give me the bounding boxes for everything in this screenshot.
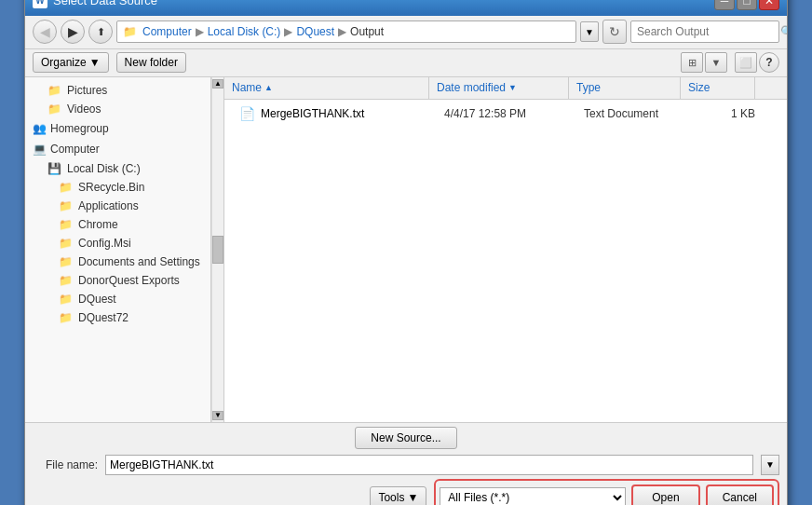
search-input[interactable] (637, 25, 777, 38)
sidebar-item-label: DonorQuest Exports (78, 274, 180, 287)
sidebar-section-computer[interactable]: 💻 Computer (25, 139, 210, 159)
navigation-toolbar: ◀ ▶ ⬆ 📁 Computer ▶ Local Disk (C:) ▶ DQu… (25, 16, 787, 49)
sidebar-item-documents-settings[interactable]: 📁 Documents and Settings (25, 252, 210, 271)
sidebar-item-dquest72[interactable]: 📁 DQuest72 (25, 308, 210, 327)
breadcrumb-output[interactable]: Output (350, 25, 384, 38)
tools-button[interactable]: Tools ▼ (370, 486, 426, 506)
folder-icon: 📁 (59, 311, 73, 324)
file-name-cell: 📄 MergeBIGTHANK.txt (232, 106, 437, 121)
app-icon: W (33, 0, 47, 8)
sidebar-item-label: Homegroup (50, 122, 109, 135)
column-size-label: Size (688, 81, 710, 94)
breadcrumb-local-disk[interactable]: Local Disk (C:) (208, 25, 281, 38)
action-row: Tools ▼ All Files (*.*) Open Cancel (33, 479, 779, 506)
column-header-date[interactable]: Date modified ▼ (429, 77, 569, 99)
tools-label: Tools (378, 491, 404, 504)
breadcrumb: 📁 Computer ▶ Local Disk (C:) ▶ DQuest ▶ … (116, 20, 576, 43)
sidebar-item-label: Documents and Settings (78, 255, 200, 268)
sidebar-item-videos[interactable]: 📁 Videos (25, 100, 210, 118)
folder-icon: 📁 (59, 274, 73, 287)
breadcrumb-computer[interactable]: Computer (142, 25, 192, 38)
open-button[interactable]: Open (631, 485, 699, 506)
preview-pane-button[interactable]: ⬜ (735, 52, 757, 73)
sidebar-item-chrome[interactable]: 📁 Chrome (25, 215, 210, 234)
sidebar-item-label: DQuest72 (78, 311, 129, 324)
sidebar-item-dquest[interactable]: 📁 DQuest (25, 290, 210, 308)
sidebar-item-label: Local Disk (C:) (67, 162, 141, 175)
file-type-cell: Text Document (576, 107, 688, 120)
column-header-name[interactable]: Name ▲ (224, 77, 429, 99)
sidebar-item-applications[interactable]: 📁 Applications (25, 197, 210, 215)
highlighted-actions: All Files (*.*) Open Cancel (434, 479, 779, 506)
back-button[interactable]: ◀ (33, 20, 57, 44)
sidebar-scrollbar[interactable]: ▲ ▼ (211, 77, 224, 422)
new-source-button[interactable]: New Source... (355, 427, 456, 449)
dialog-window: W Select Data Source ─ □ ✕ ◀ ▶ ⬆ 📁 Compu… (24, 0, 788, 505)
refresh-button[interactable]: ↻ (602, 20, 627, 44)
file-size-cell: 1 KB (688, 107, 763, 120)
folder-icon: 📁 (47, 84, 61, 97)
minimize-button[interactable]: ─ (714, 0, 735, 10)
file-name-label: File name: (33, 458, 98, 471)
filename-row: File name: ▼ (33, 455, 779, 475)
column-name-label: Name (232, 81, 262, 94)
file-name-label: MergeBIGTHANK.txt (261, 107, 364, 120)
column-header-type[interactable]: Type (569, 77, 681, 99)
search-box: 🔍 (630, 20, 779, 43)
column-date-label: Date modified (437, 81, 506, 94)
sidebar-item-label: SRecycle.Bin (78, 181, 144, 194)
forward-button[interactable]: ▶ (61, 20, 85, 44)
new-folder-label: New folder (125, 56, 178, 69)
file-list-header: Name ▲ Date modified ▼ Type Size (224, 77, 787, 100)
title-bar-left: W Select Data Source (33, 0, 157, 8)
file-icon: 📄 (239, 106, 255, 121)
table-row[interactable]: 📄 MergeBIGTHANK.txt 4/4/17 12:58 PM Text… (224, 103, 787, 124)
cancel-button[interactable]: Cancel (706, 485, 774, 506)
maximize-button[interactable]: □ (737, 0, 757, 10)
sidebar-item-local-disk[interactable]: 💾 Local Disk (C:) (25, 159, 210, 178)
breadcrumb-dquest[interactable]: DQuest (296, 25, 334, 38)
sidebar-item-config-msi[interactable]: 📁 Config.Msi (25, 234, 210, 252)
file-name-input[interactable] (105, 455, 753, 475)
view-icons: ⊞ ▼ ⬜ ? (681, 52, 779, 73)
drive-icon: 💾 (47, 162, 61, 175)
column-header-size[interactable]: Size (681, 77, 755, 99)
new-source-row: New Source... (33, 427, 779, 449)
view-toggle-button[interactable]: ⊞ (681, 52, 703, 73)
sidebar-section-homegroup[interactable]: 👥 Homegroup (25, 118, 210, 139)
sidebar-item-label: Applications (78, 199, 139, 212)
file-type-select[interactable]: All Files (*.*) (440, 487, 626, 506)
organize-button[interactable]: Organize ▼ (33, 52, 109, 73)
sidebar-item-label: Pictures (67, 84, 107, 97)
sidebar-item-pictures[interactable]: 📁 Pictures (25, 81, 210, 100)
folder-icon: 📁 (59, 199, 73, 212)
sidebar-scroll: 📁 Pictures 📁 Videos 👥 Homegroup 💻 Comput… (25, 81, 210, 418)
main-content: 📁 Pictures 📁 Videos 👥 Homegroup 💻 Comput… (25, 77, 787, 422)
sidebar-item-label: Config.Msi (78, 237, 131, 250)
file-panel: Name ▲ Date modified ▼ Type Size 📄 (224, 77, 787, 422)
close-button[interactable]: ✕ (759, 0, 779, 10)
up-button[interactable]: ⬆ (88, 20, 113, 44)
bottom-bar: New Source... File name: ▼ Tools ▼ All F… (25, 422, 787, 506)
folder-icon: 📁 (59, 181, 73, 194)
computer-icon: 💻 (33, 143, 47, 156)
sidebar-item-label: Computer (50, 143, 100, 156)
help-button[interactable]: ? (759, 52, 779, 73)
tools-dropdown-icon: ▼ (407, 491, 418, 504)
organize-toolbar: Organize ▼ New folder ⊞ ▼ ⬜ ? (25, 49, 787, 77)
search-icon: 🔍 (780, 25, 788, 38)
sidebar-item-donorquest-exports[interactable]: 📁 DonorQuest Exports (25, 271, 210, 290)
sort-dropdown-icon: ▼ (508, 83, 517, 92)
dialog-title: Select Data Source (53, 0, 157, 7)
sidebar-item-srecycle[interactable]: 📁 SRecycle.Bin (25, 178, 210, 197)
folder-icon: 📁 (59, 237, 73, 250)
title-bar: W Select Data Source ─ □ ✕ (25, 0, 787, 16)
new-folder-button[interactable]: New folder (116, 52, 186, 73)
sidebar-item-label: DQuest (78, 293, 116, 306)
folder-icon: 📁 (59, 293, 73, 306)
file-date-cell: 4/4/17 12:58 PM (437, 107, 576, 120)
filename-dropdown-button[interactable]: ▼ (761, 455, 779, 475)
view-dropdown-button[interactable]: ▼ (705, 52, 727, 73)
folder-icon: 📁 (59, 255, 73, 268)
breadcrumb-dropdown-button[interactable]: ▼ (580, 21, 599, 42)
